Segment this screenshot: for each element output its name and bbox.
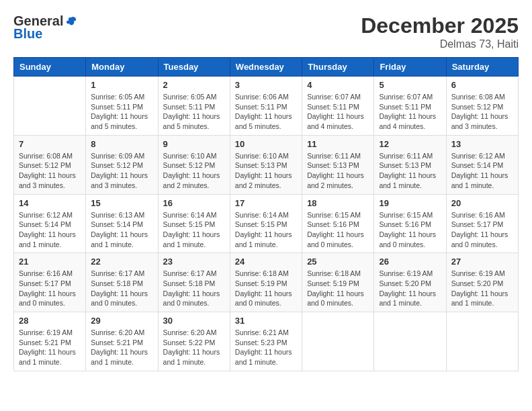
calendar-cell: 4Sunrise: 6:07 AMSunset: 5:11 PMDaylight… [302,77,374,136]
calendar-cell: 5Sunrise: 6:07 AMSunset: 5:11 PMDaylight… [374,77,446,136]
day-number: 13 [451,139,513,149]
calendar-week-3: 14Sunrise: 6:12 AMSunset: 5:14 PMDayligh… [14,194,519,253]
day-number: 30 [163,316,225,326]
day-number: 2 [163,80,225,90]
calendar-cell: 23Sunrise: 6:17 AMSunset: 5:18 PMDayligh… [158,253,230,312]
main-title: December 2025 [361,13,519,38]
calendar-table: SundayMondayTuesdayWednesdayThursdayFrid… [13,57,519,371]
day-number: 21 [19,257,81,267]
day-info: Sunrise: 6:11 AMSunset: 5:13 PMDaylight:… [379,151,441,191]
calendar-week-5: 28Sunrise: 6:19 AMSunset: 5:21 PMDayligh… [14,312,519,371]
day-info: Sunrise: 6:14 AMSunset: 5:15 PMDaylight:… [163,210,225,250]
calendar-cell: 12Sunrise: 6:11 AMSunset: 5:13 PMDayligh… [374,135,446,194]
column-header-monday: Monday [86,58,158,77]
day-info: Sunrise: 6:20 AMSunset: 5:22 PMDaylight:… [163,328,225,367]
day-number: 6 [451,80,513,90]
day-number: 24 [235,257,297,267]
calendar-cell: 20Sunrise: 6:16 AMSunset: 5:17 PMDayligh… [446,194,518,253]
day-info: Sunrise: 6:10 AMSunset: 5:12 PMDaylight:… [163,151,225,191]
calendar-cell: 16Sunrise: 6:14 AMSunset: 5:15 PMDayligh… [158,194,230,253]
day-info: Sunrise: 6:06 AMSunset: 5:11 PMDaylight:… [235,92,297,132]
calendar-cell [446,312,518,371]
calendar-cell: 21Sunrise: 6:16 AMSunset: 5:17 PMDayligh… [14,253,86,312]
calendar-cell: 27Sunrise: 6:19 AMSunset: 5:20 PMDayligh… [446,253,518,312]
column-header-friday: Friday [374,58,446,77]
day-number: 16 [163,198,225,208]
day-info: Sunrise: 6:07 AMSunset: 5:11 PMDaylight:… [307,92,369,132]
page-header: General Blue December 2025 Delmas 73, Ha… [13,13,519,50]
logo-bird-icon [64,15,78,28]
day-info: Sunrise: 6:09 AMSunset: 5:12 PMDaylight:… [91,151,152,191]
calendar-cell [374,312,446,371]
day-info: Sunrise: 6:15 AMSunset: 5:16 PMDaylight:… [379,210,441,250]
column-header-wednesday: Wednesday [230,58,302,77]
day-info: Sunrise: 6:18 AMSunset: 5:19 PMDaylight:… [307,269,369,308]
day-info: Sunrise: 6:11 AMSunset: 5:13 PMDaylight:… [307,151,369,191]
day-info: Sunrise: 6:08 AMSunset: 5:12 PMDaylight:… [451,92,513,132]
calendar-cell: 24Sunrise: 6:18 AMSunset: 5:19 PMDayligh… [230,253,302,312]
calendar-week-4: 21Sunrise: 6:16 AMSunset: 5:17 PMDayligh… [14,253,519,312]
day-number: 5 [379,80,441,90]
day-info: Sunrise: 6:07 AMSunset: 5:11 PMDaylight:… [379,92,441,132]
day-info: Sunrise: 6:19 AMSunset: 5:21 PMDaylight:… [19,328,81,367]
day-info: Sunrise: 6:10 AMSunset: 5:13 PMDaylight:… [235,151,297,191]
calendar-cell: 17Sunrise: 6:14 AMSunset: 5:15 PMDayligh… [230,194,302,253]
day-number: 27 [451,257,513,267]
day-number: 23 [163,257,225,267]
day-number: 25 [307,257,369,267]
day-number: 8 [91,139,152,149]
calendar-cell: 9Sunrise: 6:10 AMSunset: 5:12 PMDaylight… [158,135,230,194]
column-header-tuesday: Tuesday [158,58,230,77]
calendar-week-2: 7Sunrise: 6:08 AMSunset: 5:12 PMDaylight… [14,135,519,194]
day-info: Sunrise: 6:14 AMSunset: 5:15 PMDaylight:… [235,210,297,250]
subtitle: Delmas 73, Haiti [361,38,519,50]
day-info: Sunrise: 6:05 AMSunset: 5:11 PMDaylight:… [91,92,152,132]
calendar-week-1: 1Sunrise: 6:05 AMSunset: 5:11 PMDaylight… [14,77,519,136]
logo-blue-text: Blue [13,26,42,42]
day-number: 22 [91,257,152,267]
day-number: 15 [91,198,152,208]
day-number: 31 [235,316,297,326]
calendar-cell: 2Sunrise: 6:05 AMSunset: 5:11 PMDaylight… [158,77,230,136]
calendar-cell: 22Sunrise: 6:17 AMSunset: 5:18 PMDayligh… [86,253,158,312]
day-number: 7 [19,139,81,149]
day-number: 26 [379,257,441,267]
day-number: 29 [91,316,152,326]
calendar-cell: 31Sunrise: 6:21 AMSunset: 5:23 PMDayligh… [230,312,302,371]
day-number: 9 [163,139,225,149]
day-number: 12 [379,139,441,149]
column-header-thursday: Thursday [302,58,374,77]
day-info: Sunrise: 6:21 AMSunset: 5:23 PMDaylight:… [235,328,297,367]
day-info: Sunrise: 6:20 AMSunset: 5:21 PMDaylight:… [91,328,152,367]
calendar-cell: 18Sunrise: 6:15 AMSunset: 5:16 PMDayligh… [302,194,374,253]
column-header-saturday: Saturday [446,58,518,77]
calendar-cell: 14Sunrise: 6:12 AMSunset: 5:14 PMDayligh… [14,194,86,253]
calendar-cell: 11Sunrise: 6:11 AMSunset: 5:13 PMDayligh… [302,135,374,194]
calendar-cell: 26Sunrise: 6:19 AMSunset: 5:20 PMDayligh… [374,253,446,312]
calendar-cell: 28Sunrise: 6:19 AMSunset: 5:21 PMDayligh… [14,312,86,371]
calendar-cell: 3Sunrise: 6:06 AMSunset: 5:11 PMDaylight… [230,77,302,136]
day-info: Sunrise: 6:15 AMSunset: 5:16 PMDaylight:… [307,210,369,250]
calendar-cell: 30Sunrise: 6:20 AMSunset: 5:22 PMDayligh… [158,312,230,371]
calendar-cell: 29Sunrise: 6:20 AMSunset: 5:21 PMDayligh… [86,312,158,371]
day-number: 1 [91,80,152,90]
title-block: December 2025 Delmas 73, Haiti [361,13,519,50]
day-number: 20 [451,198,513,208]
day-info: Sunrise: 6:12 AMSunset: 5:14 PMDaylight:… [19,210,81,250]
calendar-cell: 8Sunrise: 6:09 AMSunset: 5:12 PMDaylight… [86,135,158,194]
day-number: 3 [235,80,297,90]
day-number: 14 [19,198,81,208]
day-info: Sunrise: 6:12 AMSunset: 5:14 PMDaylight:… [451,151,513,191]
day-info: Sunrise: 6:17 AMSunset: 5:18 PMDaylight:… [91,269,152,308]
day-info: Sunrise: 6:05 AMSunset: 5:11 PMDaylight:… [163,92,225,132]
day-info: Sunrise: 6:18 AMSunset: 5:19 PMDaylight:… [235,269,297,308]
calendar-cell: 1Sunrise: 6:05 AMSunset: 5:11 PMDaylight… [86,77,158,136]
calendar-cell: 15Sunrise: 6:13 AMSunset: 5:14 PMDayligh… [86,194,158,253]
calendar-header-row: SundayMondayTuesdayWednesdayThursdayFrid… [14,58,519,77]
day-info: Sunrise: 6:19 AMSunset: 5:20 PMDaylight:… [379,269,441,308]
calendar-cell: 13Sunrise: 6:12 AMSunset: 5:14 PMDayligh… [446,135,518,194]
day-info: Sunrise: 6:13 AMSunset: 5:14 PMDaylight:… [91,210,152,250]
day-number: 17 [235,198,297,208]
calendar-cell: 6Sunrise: 6:08 AMSunset: 5:12 PMDaylight… [446,77,518,136]
calendar-cell [14,77,86,136]
